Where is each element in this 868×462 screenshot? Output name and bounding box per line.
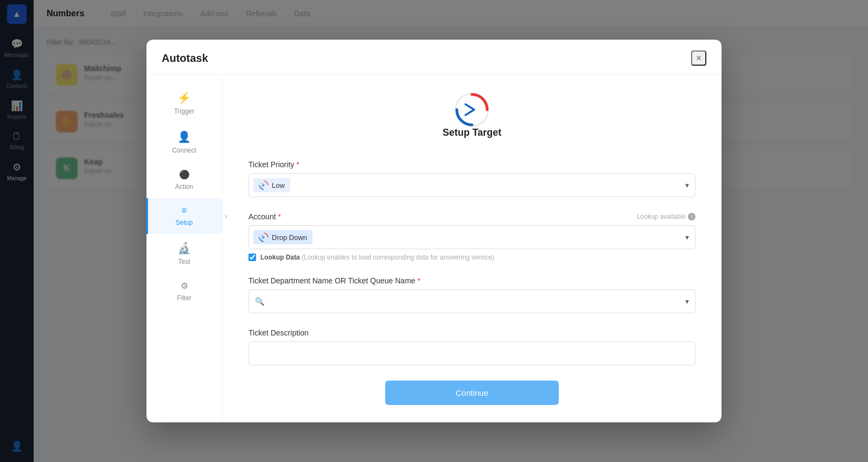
step-connect[interactable]: 👤 Connect (146, 123, 222, 162)
setup-label: Setup (176, 219, 193, 226)
step-trigger[interactable]: ⚡ Trigger (146, 84, 222, 123)
trigger-label: Trigger (174, 107, 195, 115)
ticket-desc-group: Ticket Description (248, 328, 695, 365)
step-filter[interactable]: ⚙ Filter (146, 273, 222, 309)
lookup-data-description: (Lookup enables to load corresponding da… (302, 254, 494, 261)
modal-title: Autotask (162, 52, 208, 65)
ticket-dept-label: Ticket Department Name OR Ticket Queue N… (248, 276, 695, 285)
ticket-dept-group: Ticket Department Name OR Ticket Queue N… (248, 276, 695, 313)
autotask-pill-icon (259, 180, 269, 190)
filter-icon: ⚙ (181, 281, 188, 291)
ticket-priority-wrapper: Low ▾ (248, 173, 695, 197)
step-setup[interactable]: ≡ Setup › (146, 198, 222, 234)
account-label: Account * (248, 212, 281, 221)
steps-panel: ⚡ Trigger 👤 Connect ⚫ Action ≡ Setup › (146, 75, 222, 422)
ticket-priority-group: Ticket Priority * (248, 160, 695, 197)
account-pill-icon (259, 232, 269, 242)
account-required-marker: * (278, 212, 281, 221)
lookup-available: Lookup available i (637, 213, 695, 220)
ticket-desc-label: Ticket Description (248, 328, 695, 337)
form-section-title: Setup Target (443, 127, 502, 138)
account-wrapper: Drop Down ▾ (248, 225, 695, 249)
ticket-priority-pill: Low (253, 178, 290, 192)
modal-body: ⚡ Trigger 👤 Connect ⚫ Action ≡ Setup › (146, 75, 722, 422)
action-icon: ⚫ (179, 169, 190, 180)
modal-header: Autotask × (146, 40, 722, 75)
ticket-desc-input[interactable] (248, 341, 695, 365)
autotask-logo (455, 92, 489, 127)
ticket-dept-search[interactable] (248, 289, 695, 313)
account-label-row: Account * Lookup available i (248, 212, 695, 221)
modal-overlay: Autotask × ⚡ Trigger 👤 Connect ⚫ Action (0, 0, 868, 462)
dept-search-icon: 🔍 (255, 297, 264, 306)
account-select[interactable]: Drop Down (248, 225, 695, 249)
ticket-priority-value: Low (272, 181, 285, 189)
form-panel: Setup Target Ticket Priority * (222, 75, 722, 422)
ticket-priority-label: Ticket Priority * (248, 160, 695, 169)
step-test[interactable]: 🔬 Test (146, 234, 222, 273)
connect-label: Connect (172, 147, 196, 154)
info-icon: i (688, 213, 695, 220)
required-marker: * (296, 160, 299, 169)
continue-button[interactable]: Continue (385, 381, 559, 405)
test-icon: 🔬 (177, 242, 191, 255)
ticket-desc-wrapper (248, 341, 695, 365)
action-label: Action (175, 183, 193, 191)
step-action[interactable]: ⚫ Action (146, 162, 222, 198)
filter-label: Filter (177, 294, 192, 302)
trigger-icon: ⚡ (177, 91, 191, 104)
test-label: Test (178, 258, 190, 265)
account-value: Drop Down (272, 233, 307, 242)
lookup-data-label: Lookup Data (Lookup enables to load corr… (260, 254, 494, 261)
ticket-priority-select[interactable]: Low (248, 173, 695, 197)
ticket-dept-wrapper: 🔍 ▾ (248, 289, 695, 313)
setup-icon: ≡ (182, 206, 187, 216)
account-group: Account * Lookup available i (248, 212, 695, 261)
ticket-dept-required: * (418, 276, 420, 285)
step-arrow-icon: › (225, 212, 227, 220)
connect-icon: 👤 (177, 130, 191, 143)
lookup-data-row: Lookup Data (Lookup enables to load corr… (248, 254, 695, 261)
modal-close-button[interactable]: × (691, 50, 706, 66)
lookup-data-checkbox[interactable] (248, 254, 256, 261)
form-header: Setup Target (248, 92, 695, 138)
active-bar (146, 198, 148, 234)
autotask-modal: Autotask × ⚡ Trigger 👤 Connect ⚫ Action (146, 40, 722, 422)
account-pill: Drop Down (253, 230, 312, 244)
